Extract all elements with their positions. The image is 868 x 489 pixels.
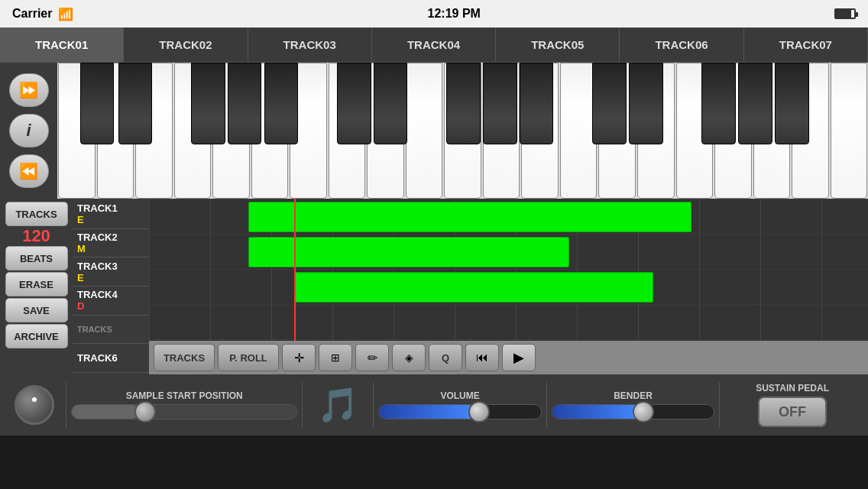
black-key[interactable] xyxy=(592,63,627,144)
white-key[interactable] xyxy=(406,63,443,199)
seq-block-3[interactable] xyxy=(294,272,653,303)
sustain-section: SUSTAIN PEDAL OFF xyxy=(724,383,860,427)
beats-button[interactable]: BEATS xyxy=(5,246,68,270)
sample-start-slider[interactable] xyxy=(71,404,297,419)
bender-thumb[interactable] xyxy=(633,401,654,423)
carrier-label: Carrier xyxy=(12,7,52,21)
track-item-5[interactable]: TRACKS xyxy=(73,316,149,345)
tab-track06[interactable]: TRACK06 xyxy=(620,28,743,62)
seq-block-1[interactable] xyxy=(248,202,691,232)
black-key[interactable] xyxy=(264,63,299,144)
divider-3 xyxy=(373,382,374,428)
tab-track04[interactable]: TRACK04 xyxy=(372,28,496,62)
black-key[interactable] xyxy=(118,63,153,144)
wifi-icon: 📶 xyxy=(58,7,73,21)
volume-slider[interactable] xyxy=(378,404,541,419)
tracks-button[interactable]: TRACKS xyxy=(5,202,68,226)
piano-keyboard[interactable] xyxy=(57,63,868,199)
rewind-button[interactable]: ⏪ xyxy=(9,154,49,188)
transport-tracks-button[interactable]: TRACKS xyxy=(154,344,215,371)
black-key[interactable] xyxy=(629,63,663,144)
transport-grid-button[interactable]: ⊞ xyxy=(319,344,352,371)
save-button[interactable]: SAVE xyxy=(5,298,68,322)
white-key[interactable] xyxy=(831,63,868,199)
transport-erase-button[interactable]: ◈ xyxy=(392,344,426,371)
main-area: TRACKS 120 BEATS ERASE SAVE ARCHIVE TRAC… xyxy=(0,199,868,374)
black-key[interactable] xyxy=(520,63,554,144)
black-key[interactable] xyxy=(738,63,772,144)
sustain-pedal-button[interactable]: OFF xyxy=(758,397,827,427)
track4-name: TRACK4 xyxy=(77,289,144,300)
track-list: TRACK1 E TRACK2 M TRACK3 E TRACK4 D TRAC… xyxy=(73,199,149,374)
time-display: 12:19 PM xyxy=(428,7,481,21)
black-key[interactable] xyxy=(228,63,262,144)
piano-controls: ⏩ i ⏪ xyxy=(0,63,57,199)
track5-name: TRACKS xyxy=(77,325,144,334)
sample-start-section: SAMPLE START POSITION xyxy=(71,390,297,419)
fast-forward-button[interactable]: ⏩ xyxy=(9,73,49,107)
main-knob[interactable] xyxy=(15,385,54,425)
volume-section: VOLUME xyxy=(378,390,541,419)
sustain-label: SUSTAIN PEDAL xyxy=(756,383,829,393)
left-panel: TRACKS 120 BEATS ERASE SAVE ARCHIVE xyxy=(0,199,73,374)
seq-block-2[interactable] xyxy=(248,237,569,267)
black-key[interactable] xyxy=(701,63,736,144)
black-key[interactable] xyxy=(446,63,481,144)
transport-bar: TRACKS P. ROLL ✛ ⊞ ✏ ◈ Q ⏮ ▶ xyxy=(149,341,868,374)
tab-track03[interactable]: TRACK03 xyxy=(248,28,372,62)
bender-section: BENDER xyxy=(552,390,714,419)
track2-note: M xyxy=(77,243,144,254)
sequencer-grid[interactable]: GRAND PIANO TIME(BEATS) : 2.137424 TRACK… xyxy=(149,199,868,374)
track6-name: TRACK6 xyxy=(77,352,144,364)
sample-start-thumb[interactable] xyxy=(134,401,156,423)
track-item-1[interactable]: TRACK1 E xyxy=(73,200,149,229)
track1-name: TRACK1 xyxy=(77,202,144,214)
black-key[interactable] xyxy=(337,63,371,144)
archive-button[interactable]: ARCHIVE xyxy=(5,324,68,348)
music-note-icon: 🎵 xyxy=(317,385,359,425)
divider-2 xyxy=(302,382,303,428)
volume-thumb[interactable] xyxy=(468,401,490,423)
status-bar: Carrier 📶 12:19 PM xyxy=(0,0,868,28)
bottom-controls: SAMPLE START POSITION 🎵 VOLUME BENDER SU… xyxy=(0,374,868,436)
transport-move-button[interactable]: ✛ xyxy=(282,344,316,371)
track-item-3[interactable]: TRACK3 E xyxy=(73,257,149,287)
track4-note: D xyxy=(77,300,144,312)
black-key[interactable] xyxy=(191,63,225,144)
bender-slider[interactable] xyxy=(552,404,714,419)
black-key[interactable] xyxy=(483,63,517,144)
info-button[interactable]: i xyxy=(9,114,49,147)
track-item-6[interactable]: TRACK6 xyxy=(73,344,149,373)
tab-track05[interactable]: TRACK05 xyxy=(496,28,620,62)
black-key[interactable] xyxy=(80,63,115,144)
transport-pianoroll-button[interactable]: P. ROLL xyxy=(218,344,279,371)
track-tabs: TRACK01 TRACK02 TRACK03 TRACK04 TRACK05 … xyxy=(0,28,868,63)
battery-icon xyxy=(834,8,856,19)
black-key[interactable] xyxy=(374,63,408,144)
track2-name: TRACK2 xyxy=(77,232,144,243)
divider-4 xyxy=(546,382,547,428)
knob-dot xyxy=(32,397,37,402)
knob-area xyxy=(8,385,61,425)
tab-track02[interactable]: TRACK02 xyxy=(124,28,248,62)
divider-1 xyxy=(66,382,66,428)
transport-rewind-button[interactable]: ⏮ xyxy=(465,344,499,371)
erase-button[interactable]: ERASE xyxy=(5,272,68,296)
divider-5 xyxy=(719,382,720,428)
track-item-2[interactable]: TRACK2 M xyxy=(73,229,149,258)
white-key[interactable] xyxy=(560,63,598,199)
sample-start-label: SAMPLE START POSITION xyxy=(126,390,243,401)
bender-label: BENDER xyxy=(614,390,653,401)
track3-note: E xyxy=(77,272,144,283)
beats-number: 120 xyxy=(22,228,50,244)
piano-section: ⏩ i ⏪ xyxy=(0,63,868,199)
black-key[interactable] xyxy=(775,63,809,144)
music-note-area: 🎵 xyxy=(307,385,368,425)
tab-track07[interactable]: TRACK07 xyxy=(744,28,868,62)
transport-play-button[interactable]: ▶ xyxy=(502,344,536,371)
transport-quantize-button[interactable]: Q xyxy=(429,344,462,371)
tab-track01[interactable]: TRACK01 xyxy=(0,28,124,62)
volume-label: VOLUME xyxy=(440,390,479,401)
track-item-4[interactable]: TRACK4 D xyxy=(73,287,149,316)
transport-pencil-button[interactable]: ✏ xyxy=(355,344,389,371)
